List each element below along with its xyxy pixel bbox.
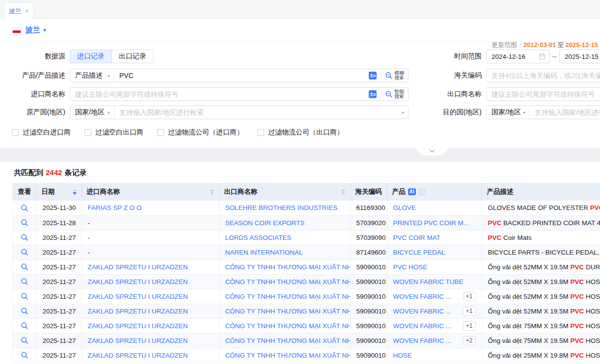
exporter-link[interactable]: CÔNG TY TNHH THƯƠNG MẠI XUẤT NHẬP...: [225, 352, 351, 359]
view-record-button[interactable]: [21, 351, 28, 359]
exporter-name-input[interactable]: [486, 87, 600, 101]
importer-name-input[interactable]: [70, 88, 369, 101]
checkbox[interactable]: [12, 129, 19, 136]
product-link[interactable]: HOSE: [393, 352, 412, 359]
exporter-link[interactable]: CÔNG TY TNHH THƯƠNG MẠI XUẤT NHẬP...: [225, 278, 351, 286]
chevron-down-icon[interactable]: ▾: [43, 27, 46, 33]
exporter-cell: CÔNG TY TNHH THƯƠNG MẠI XUẤT NHẬP...: [219, 333, 350, 348]
importer-link[interactable]: FARIAS SP Z O O: [88, 204, 142, 211]
view-record-button[interactable]: [21, 219, 28, 227]
checkbox[interactable]: [157, 129, 164, 136]
tab-poland[interactable]: 波兰 ×: [4, 2, 33, 19]
translate-icon[interactable]: 文A: [369, 90, 377, 98]
exporter-cell: CÔNG TY TNHH THƯƠNG MẠI XUẤT NHẬP...: [219, 348, 350, 363]
filter-checkbox[interactable]: 过滤空白出口商: [84, 128, 143, 137]
view-record-button[interactable]: [21, 307, 28, 315]
info-icon[interactable]: i: [418, 188, 425, 195]
exporter-link[interactable]: SOLEHRE BROTHERS INDUSTRIES: [225, 204, 338, 211]
table-row: 2025-11-27ZAKLAD SPRZETU I URZADZENCÔNG …: [13, 318, 600, 333]
close-icon[interactable]: ×: [25, 8, 29, 14]
exporter-cell: SEASON COIR EXPORTS: [219, 215, 350, 230]
divider: [381, 91, 381, 98]
sort-icon-date[interactable]: [73, 189, 77, 195]
product-link[interactable]: PVC HOSE: [393, 263, 428, 271]
importer-link[interactable]: ZAKLAD SPRZETU I URZADZEN: [88, 337, 188, 344]
checkbox[interactable]: [84, 129, 91, 136]
destination-country-label: 目的国(地区): [408, 108, 486, 117]
results-panel: 共匹配到2442条记录 查看 日期 进口商名称 出口商名称 海关编码 产品AIi: [0, 162, 600, 364]
product-link[interactable]: WOVEN FABRIC ...: [393, 293, 452, 300]
view-record-button[interactable]: [21, 248, 28, 256]
origin-country-select[interactable]: 国家/地区 ▾: [70, 106, 114, 119]
translate-icon[interactable]: 文A: [369, 72, 377, 79]
product-cell-content: WOVEN FABRIC ...+2: [393, 336, 476, 345]
view-cell: [13, 348, 36, 363]
importer-link[interactable]: ZAKLAD SPRZETU I URZADZEN: [88, 322, 188, 330]
smart-search-button[interactable]: 智能搜索: [385, 89, 404, 99]
column-date[interactable]: 日期: [36, 183, 82, 201]
exporter-link[interactable]: SEASON COIR EXPORTS: [225, 219, 305, 227]
exporter-link[interactable]: NAREN INTERNATIONAL: [225, 249, 303, 256]
fuzzy-search-button[interactable]: 模糊搜索: [385, 71, 404, 80]
product-link[interactable]: GLOVE: [393, 204, 416, 211]
product-link[interactable]: PRINTED PVC COIR M...: [393, 219, 469, 227]
update-range-from: 2012-03-01: [523, 41, 556, 49]
description-cell: Ống vải dệt 52MM X 19.5M PVC DUR...: [482, 260, 600, 274]
filter-checkbox[interactable]: 过滤空白进口商: [12, 128, 71, 137]
more-products-badge[interactable]: +2: [463, 336, 476, 345]
filter-checkbox[interactable]: 过滤物流公司（出口商）: [257, 128, 344, 137]
importer-link[interactable]: ZAKLAD SPRZETU I URZADZEN: [88, 263, 188, 271]
column-importer[interactable]: 进口商名称: [82, 183, 219, 201]
tab-import-records[interactable]: 进口记录: [70, 50, 111, 63]
exporter-link[interactable]: CÔNG TY TNHH THƯƠNG MẠI XUẤT NHẬP...: [225, 308, 351, 315]
more-products-badge[interactable]: +1: [463, 321, 476, 331]
view-record-button[interactable]: [21, 337, 28, 344]
tab-export-records[interactable]: 出口记录: [111, 50, 153, 63]
importer-link[interactable]: ZAKLAD SPRZETU I URZADZEN: [88, 293, 188, 300]
importer-link[interactable]: ZAKLAD SPRZETU I URZADZEN: [88, 352, 188, 359]
exporter-link[interactable]: CÔNG TY TNHH THƯƠNG MẠI XUẤT NHẬP...: [225, 322, 351, 330]
view-record-button[interactable]: [21, 204, 28, 212]
destination-country-select[interactable]: 国家/地区 ▾: [487, 106, 530, 119]
checkbox[interactable]: [257, 129, 264, 136]
view-record-button[interactable]: [21, 278, 28, 286]
view-record-button[interactable]: [21, 234, 28, 241]
end-date-input[interactable]: 2025-12-15: [559, 50, 600, 63]
chevron-down-icon[interactable]: ▾: [402, 110, 404, 115]
destination-country-input[interactable]: [530, 106, 600, 119]
country-name[interactable]: 波兰: [26, 26, 40, 35]
product-link[interactable]: WOVEN FABRIC TUBE: [393, 278, 464, 286]
exporter-link[interactable]: CÔNG TY TNHH THƯƠNG MẠI XUẤT NHẬP...: [225, 337, 351, 344]
filter-checkbox[interactable]: 过滤物流公司（进口商）: [157, 128, 244, 137]
importer-link[interactable]: ZAKLAD SPRZETU I URZADZEN: [88, 278, 188, 286]
column-exporter[interactable]: 出口商名称: [219, 183, 350, 201]
more-products-badge[interactable]: +1: [463, 307, 476, 316]
product-link[interactable]: WOVEN FABRIC ...: [393, 337, 452, 344]
view-record-button[interactable]: [21, 292, 28, 300]
view-record-button[interactable]: [21, 263, 28, 271]
product-field-select[interactable]: 产品描述 ▾: [70, 69, 114, 82]
view-record-button[interactable]: [21, 322, 28, 330]
hs-code-cell: 59090010: [350, 304, 387, 318]
start-date-input[interactable]: 2024-12-16: [486, 50, 550, 63]
description-text: BICYCLE PARTS - BICYCLE PEDAL,: [488, 249, 600, 256]
exporter-link[interactable]: LORDS ASSOCIATES: [225, 234, 292, 241]
product-link[interactable]: PVC COIR MAT: [393, 234, 441, 241]
sort-icon-exporter[interactable]: [341, 189, 345, 195]
more-products-badge[interactable]: +1: [463, 292, 476, 301]
product-link[interactable]: BICYCLE PEDAL: [393, 249, 445, 256]
importer-link[interactable]: ZAKLAD SPRZETU I URZADZEN: [88, 308, 188, 315]
origin-country-input[interactable]: [114, 106, 402, 119]
product-link[interactable]: WOVEN FABRIC ...: [393, 308, 452, 315]
magnifier-icon: [21, 204, 28, 212]
product-search-input[interactable]: [114, 69, 369, 82]
collapse-filters-button[interactable]: [415, 148, 449, 156]
hs-code-input[interactable]: [486, 69, 600, 82]
view-cell: [13, 245, 36, 260]
description-cell: Ống vải dệt 52MM X 19.8M PVC HOS...: [482, 274, 600, 289]
exporter-link[interactable]: CÔNG TY TNHH THƯƠNG MẠI XUẤT NHẬP...: [225, 263, 351, 271]
hs-code-cell: 57039090: [350, 230, 387, 245]
product-link[interactable]: WOVEN FABRIC ...: [393, 322, 452, 330]
sort-icon-importer[interactable]: [210, 189, 214, 195]
exporter-link[interactable]: CÔNG TY TNHH THƯƠNG MẠI XUẤT NHẬP...: [225, 293, 351, 300]
